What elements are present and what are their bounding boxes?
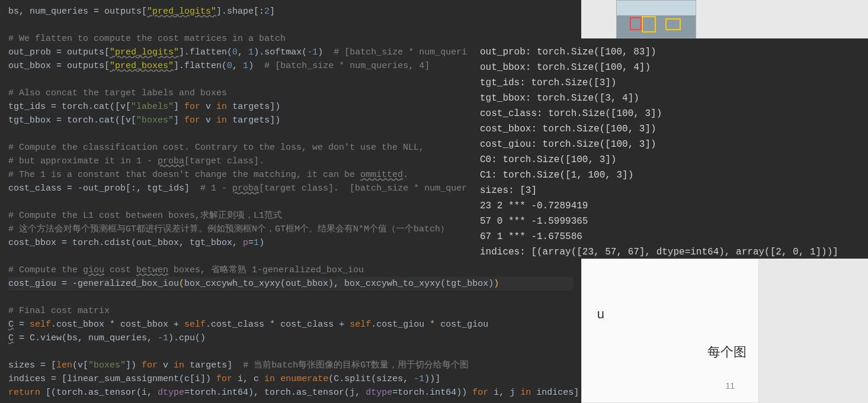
code-line-cview: C = C.view(bs, num_queries, -1).cpu() (8, 333, 206, 343)
code-line-outprob: out_prob = outputs["pred_logits"].flatte… (8, 47, 467, 57)
output-line: indices: [(array([23, 57, 67], dtype=int… (480, 247, 838, 257)
output-console[interactable]: out_prob: torch.Size([100, 83]) out_bbox… (468, 38, 868, 259)
output-line: C1: torch.Size([1, 100, 3]) (480, 170, 633, 180)
code-line-indices: indices = [linear_sum_assignment(c[i]) f… (8, 374, 440, 384)
output-line: 57 0 *** -1.5999365 (480, 216, 588, 227)
slide-text-fragment: 每个图 (707, 343, 747, 361)
code-line-costclass: cost_class = -out_prob[:, tgt_ids] # 1 -… (8, 183, 467, 194)
code-line-sizes: sizes = [len(v["boxes"]) for v in target… (8, 360, 469, 370)
slide-page-number: 11 (725, 381, 735, 391)
code-comment-class-3: # The 1 is a constant that doesn't chang… (8, 170, 408, 180)
code-comment-final: # Final cost matrix (8, 306, 110, 316)
code-comment-class-1: # Compute the classification cost. Contr… (8, 143, 424, 153)
code-comment-flatten: # We flatten to compute the cost matrice… (8, 34, 286, 44)
code-line-cost-sum: C = self.cost_bbox * cost_bbox + self.co… (8, 320, 488, 330)
output-line: 23 2 *** -0.7289419 (480, 201, 588, 211)
output-line: tgt_bbox: torch.Size([3, 4]) (480, 93, 639, 104)
code-comment-giou: # Compute the giou cost betwen boxes, 省略… (8, 265, 364, 275)
output-line: sizes: [3] (480, 185, 537, 196)
bbox-yellow-2 (665, 18, 681, 30)
code-comment-l1: # Compute the L1 cost between boxes,求解正则… (8, 211, 282, 221)
code-line-costgiou: cost_giou = -generalized_box_iou(box_cxc… (8, 277, 573, 291)
bbox-red (630, 17, 642, 30)
code-comment-method: # 这个方法会对每个预测框与GT都进行误差计算。例如预测框N个，GT框M个。结果… (8, 224, 449, 234)
slide-text-fragment-2: u (597, 307, 604, 322)
output-line: cost_giou: torch.Size([100, 3]) (480, 139, 656, 150)
code-line-tgtbbox: tgt_bbox = torch.cat([v["boxes"] for v i… (8, 115, 280, 125)
code-line-outbbox: out_bbox = outputs["pred_boxes"].flatten… (8, 61, 430, 71)
output-line: cost_bbox: torch.Size([100, 3]) (480, 124, 656, 134)
code-line-return: return [(torch.as_tensor(i, dtype=torch.… (8, 388, 579, 398)
code-line-costbbox: cost_bbox = torch.cdist(out_bbox, tgt_bb… (8, 238, 264, 248)
code-line-1: bs, num_queries = outputs["pred_logits"]… (8, 7, 275, 17)
code-comment-concat: # Also concat the target labels and boxe… (8, 88, 227, 98)
output-line: tgt_ids: torch.Size([3]) (480, 78, 616, 88)
output-line: out_bbox: torch.Size([100, 4]) (480, 62, 651, 73)
background-slide: u 每个图 11 (581, 259, 759, 403)
output-line: cost_class: torch.Size([100, 3]) (480, 108, 662, 119)
bbox-yellow-1 (642, 16, 656, 33)
output-line: C0: torch.Size([100, 3]) (480, 154, 616, 165)
code-comment-class-2: # but approximate it in 1 - proba[target… (8, 156, 264, 166)
detection-image (616, 0, 696, 38)
output-line: out_prob: torch.Size([100, 83]) (480, 47, 656, 57)
output-line: 67 1 *** -1.675586 (480, 231, 582, 242)
code-line-tgtids: tgt_ids = torch.cat([v["labels"] for v i… (8, 102, 280, 112)
